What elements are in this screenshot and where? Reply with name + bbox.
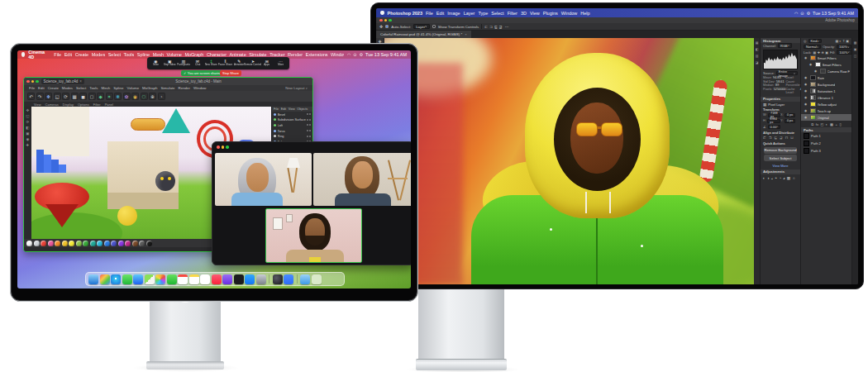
layer-row[interactable]: Smart Filters: [801, 55, 851, 61]
adjustment-icon[interactable]: ◕: [783, 176, 785, 180]
material-swatch[interactable]: [26, 241, 32, 246]
menubar-menu-item[interactable]: Help: [580, 11, 589, 16]
adjustment-icon[interactable]: ◔: [779, 176, 781, 180]
dock-app-icon[interactable]: [189, 274, 199, 284]
menubar-app-name[interactable]: Photoshop 2023: [388, 11, 422, 16]
align-icon[interactable]: ⊔: [790, 136, 793, 140]
menubar-menu-item[interactable]: Spline: [137, 52, 150, 57]
app-menu-item[interactable]: Select: [76, 86, 86, 90]
material-swatch[interactable]: [132, 241, 138, 246]
object-toggles[interactable]: [307, 124, 311, 126]
layer-visibility-eye[interactable]: [803, 96, 808, 99]
align-icon[interactable]: ⊐: [769, 136, 772, 140]
objects-menu-item[interactable]: View: [289, 107, 295, 111]
lock-icon[interactable]: ⊕: [822, 50, 824, 55]
menubar-menu-item[interactable]: Select: [491, 11, 503, 16]
tab-close-icon[interactable]: ×: [79, 79, 82, 83]
menubar-menu-item[interactable]: Modes: [92, 52, 106, 57]
material-swatch[interactable]: [118, 241, 124, 246]
layers-footer-icon[interactable]: +: [835, 122, 837, 126]
toolbar-button[interactable]: ✦: [106, 93, 113, 100]
zoom-control-button[interactable]: ‖ Pause Share: [218, 60, 231, 68]
options-more-icon[interactable]: ⋯: [505, 25, 508, 29]
transform-field[interactable]: W:7188 px: [763, 113, 780, 118]
zoom-control-button[interactable]: ⊞ Apps: [260, 60, 274, 68]
dock-app-icon[interactable]: [122, 274, 132, 284]
layers-footer-icon[interactable]: ⧉: [811, 122, 813, 126]
layer-row[interactable]: Touch up: [801, 107, 851, 114]
align-icon[interactable]: ⊑: [774, 136, 777, 140]
document-tab[interactable]: Science_toy_fab.c4d ×: [41, 79, 84, 84]
side-tool-button[interactable]: ▣: [26, 131, 29, 136]
dock-app-icon[interactable]: [284, 274, 293, 284]
lock-icon[interactable]: ▣: [825, 50, 828, 55]
window-controls[interactable]: [217, 145, 229, 149]
menubar-menu-item[interactable]: File: [54, 52, 61, 57]
dock-app-icon[interactable]: [222, 274, 232, 284]
zoom-control-button[interactable]: ↥ New Share: [205, 60, 218, 68]
side-tool-button[interactable]: ◧: [26, 126, 29, 130]
app-menu-item[interactable]: Modes: [62, 86, 73, 90]
app-menu-item[interactable]: Tools: [89, 86, 98, 90]
filter-kind-dropdown[interactable]: Kind: [808, 39, 822, 44]
layer-visibility-eye[interactable]: [808, 63, 813, 66]
collapsed-panel-icon[interactable]: ◫: [854, 54, 857, 58]
dock-app-icon[interactable]: [273, 274, 283, 284]
layer-row[interactable]: Saturation 1: [801, 88, 851, 94]
menubar-menu-item[interactable]: View: [530, 11, 540, 16]
menubar-menu-item[interactable]: File: [426, 11, 433, 16]
zoom-control-button[interactable]: ⋯ More: [274, 60, 288, 68]
zoom-control-button[interactable]: ◉ Mute: [149, 60, 162, 68]
align-button[interactable]: ⊏: [484, 25, 488, 29]
objects-menu-item[interactable]: Edit: [281, 107, 287, 111]
app-menu-item[interactable]: File: [29, 86, 35, 90]
material-swatch[interactable]: [34, 241, 40, 246]
layers-footer-icon[interactable]: ◰: [821, 122, 824, 126]
toolbar-button[interactable]: ◔: [158, 93, 165, 100]
adjustment-icon[interactable]: ▦: [787, 176, 790, 180]
auto-select-dropdown[interactable]: Layer: [413, 24, 430, 29]
layer-row[interactable]: Smart Filters: [801, 61, 851, 68]
layer-visibility-eye[interactable]: [813, 69, 818, 73]
objects-menu-item[interactable]: File: [274, 107, 279, 111]
material-swatch[interactable]: [69, 241, 74, 246]
path-row[interactable]: Path 3: [801, 147, 851, 155]
tab-close-icon[interactable]: ×: [465, 32, 467, 36]
transform-field[interactable]: Y:0 px: [780, 119, 798, 124]
object-row[interactable]: Ring: [272, 133, 312, 139]
align-button[interactable]: ⊐: [489, 25, 493, 29]
status-icon[interactable]: ⚙: [807, 11, 810, 16]
blend-mode-dropdown[interactable]: Normal: [804, 45, 821, 50]
status-icon[interactable]: ⚙: [360, 52, 363, 57]
dock-app-icon[interactable]: [178, 274, 188, 284]
layer-visibility-eye[interactable]: [803, 116, 808, 119]
toolbar-button[interactable]: ❋: [114, 93, 122, 100]
layer-row[interactable]: Yellow adjust: [801, 101, 851, 107]
menubar-clock[interactable]: Tue 13 Sep 9:41 AM: [365, 52, 407, 57]
menubar-menu-item[interactable]: Image: [447, 11, 460, 16]
dock-app-icon[interactable]: [212, 274, 222, 284]
toolbar-button[interactable]: ◱: [54, 93, 61, 100]
toolbar-button[interactable]: ◉: [131, 93, 139, 100]
viewport-menu-item[interactable]: View: [34, 103, 41, 107]
toolbar-button[interactable]: ◆: [97, 93, 104, 100]
layer-visibility-eye[interactable]: [803, 103, 808, 106]
dock-app-icon[interactable]: [256, 274, 266, 284]
align-icon[interactable]: ⊏: [763, 136, 766, 140]
material-swatch[interactable]: [104, 241, 110, 246]
auto-select-checkbox[interactable]: [385, 25, 389, 28]
object-row[interactable]: Loft: [272, 122, 312, 128]
dock-app-icon[interactable]: [245, 274, 255, 284]
menubar-menu-item[interactable]: Select: [108, 52, 121, 57]
dock-app-icon[interactable]: [312, 274, 322, 284]
window-controls[interactable]: [26, 80, 39, 83]
viewport-menu-item[interactable]: Panel: [105, 103, 113, 107]
fill-value[interactable]: 100%: [837, 50, 852, 55]
side-tool-button[interactable]: ✥: [26, 108, 30, 112]
objects-menu-item[interactable]: Objects: [297, 107, 308, 111]
menubar-menu-item[interactable]: Tools: [123, 52, 134, 57]
align-button[interactable]: ⊑: [494, 25, 498, 29]
toolbar-button[interactable]: ✥: [45, 93, 52, 100]
app-menu-item[interactable]: Spline: [113, 86, 123, 90]
object-toggles[interactable]: [307, 136, 311, 137]
